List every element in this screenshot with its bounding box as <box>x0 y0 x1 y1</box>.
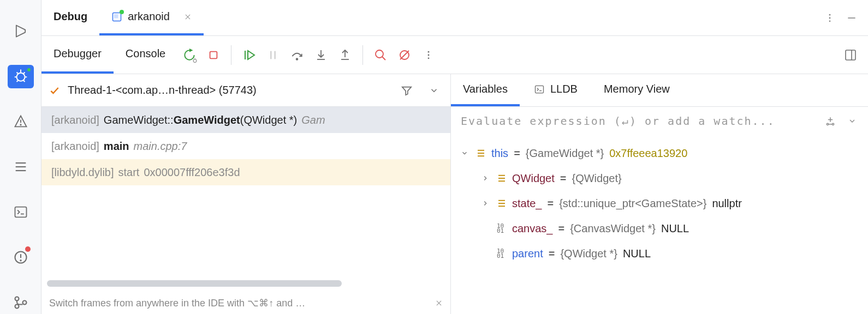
variables-panel: Variables LLDB Memory View Evaluate expr… <box>451 74 868 314</box>
svg-line-43 <box>382 57 385 60</box>
stop-button[interactable] <box>201 43 225 67</box>
toolbar-more-icon[interactable] <box>417 43 441 67</box>
problems-tool-icon[interactable] <box>8 110 34 134</box>
frames-panel: Thread-1-<com.ap…n-thread> (57743) [arka… <box>41 74 451 314</box>
variable-node-this[interactable]: this = {GameWidget *} 0x7ffeeea13920 <box>461 141 863 166</box>
chevron-down-icon[interactable] <box>461 149 471 157</box>
var-type: {GameWidget *} <box>526 147 604 160</box>
tab-lldb-label: LLDB <box>550 83 578 95</box>
chevron-right-icon[interactable] <box>481 174 491 182</box>
svg-line-4 <box>23 73 25 74</box>
svg-point-47 <box>428 54 430 56</box>
mute-breakpoints-button[interactable] <box>393 43 417 67</box>
var-type: {QWidget *} <box>560 247 617 260</box>
var-value: NULL <box>623 247 651 260</box>
frame-location: Gam <box>301 114 325 126</box>
vcs-tool-icon[interactable] <box>8 291 34 314</box>
resume-button[interactable] <box>237 43 261 67</box>
add-watch-icon[interactable] <box>822 113 839 129</box>
var-value: {QWidget} <box>572 172 622 185</box>
svg-marker-0 <box>16 26 25 37</box>
tab-variables[interactable]: Variables <box>451 74 520 106</box>
variable-node-parent[interactable]: 1001 parent = {QWidget *} NULL <box>461 241 863 266</box>
tab-debug[interactable]: Debug <box>41 0 99 35</box>
chevron-down-icon[interactable] <box>424 81 444 100</box>
variable-node-qwidget[interactable]: QWidget = {QWidget} <box>461 166 863 191</box>
tab-memory-view[interactable]: Memory View <box>592 74 682 106</box>
svg-line-7 <box>16 81 18 82</box>
tab-debugger-label: Debugger <box>53 47 102 60</box>
svg-line-3 <box>16 73 18 74</box>
close-icon[interactable] <box>184 13 192 21</box>
variable-node-canvas[interactable]: 1001 canvas_ = {CanvasWidget *} NULL <box>461 216 863 241</box>
stack-frame[interactable]: [arkanoid] GameWidget::GameWidget(QWidge… <box>41 107 450 133</box>
svg-point-42 <box>376 50 383 58</box>
tab-lldb[interactable]: LLDB <box>522 74 590 106</box>
chevron-down-icon[interactable] <box>844 113 860 129</box>
svg-point-21 <box>22 300 26 304</box>
view-breakpoints-button[interactable] <box>368 43 393 67</box>
svg-point-27 <box>829 17 831 19</box>
minimize-icon[interactable] <box>841 7 863 29</box>
svg-rect-32 <box>210 51 217 58</box>
binary-icon: 1001 <box>497 249 507 258</box>
svg-point-1 <box>16 73 25 81</box>
structure-tool-icon[interactable] <box>8 155 34 179</box>
svg-point-28 <box>829 20 831 22</box>
run-tool-icon[interactable] <box>8 20 34 43</box>
stack-frame[interactable]: [libdyld.dylib] start 0x00007fff206e3f3d <box>41 159 450 185</box>
terminal-tool-icon[interactable] <box>8 200 34 224</box>
svg-point-18 <box>20 260 21 261</box>
tab-run-config[interactable]: arkanoid <box>99 0 204 35</box>
svg-point-30 <box>193 59 197 62</box>
svg-rect-53 <box>535 86 543 93</box>
close-icon[interactable] <box>435 299 443 307</box>
rerun-button[interactable] <box>177 43 201 67</box>
frames-list: [arkanoid] GameWidget::GameWidget(QWidge… <box>41 107 450 275</box>
terminal-icon <box>534 84 545 95</box>
struct-icon <box>476 148 486 158</box>
binary-icon: 1001 <box>497 224 507 233</box>
layout-settings-button[interactable] <box>839 43 863 67</box>
pause-button[interactable] <box>261 43 285 67</box>
var-value: nullptr <box>712 197 741 210</box>
frame-location: 0x00007fff206e3f3d <box>144 166 240 179</box>
svg-point-20 <box>15 304 19 308</box>
stack-frame[interactable]: [arkanoid] main main.cpp:7 <box>41 133 450 159</box>
variables-tab-bar: Variables LLDB Memory View <box>451 74 868 107</box>
var-type: {CanvasWidget *} <box>570 222 656 235</box>
debug-tool-icon[interactable] <box>8 65 34 88</box>
more-icon[interactable] <box>819 7 841 29</box>
debugger-toolbar: Debugger Console <box>41 36 868 74</box>
tab-console[interactable]: Console <box>114 36 177 74</box>
tab-debugger[interactable]: Debugger <box>41 36 114 74</box>
frame-module: [libdyld.dylib] <box>51 166 114 179</box>
services-tool-icon[interactable] <box>8 245 34 269</box>
chevron-right-icon[interactable] <box>481 200 491 207</box>
debug-panel: Debug arkanoid Debugger Console <box>41 0 868 314</box>
step-into-button[interactable] <box>309 43 333 67</box>
frame-module: [arkanoid] <box>51 114 99 126</box>
tip-banner: Switch frames from anywhere in the IDE w… <box>41 292 450 314</box>
thread-selector[interactable]: Thread-1-<com.ap…n-thread> (57743) <box>41 74 450 107</box>
tab-run-config-label: arkanoid <box>128 10 170 23</box>
svg-marker-34 <box>248 51 254 59</box>
horizontal-scrollbar[interactable] <box>41 275 450 292</box>
frame-function: GameWidget::GameWidget(QWidget *) <box>104 114 297 126</box>
svg-point-19 <box>15 297 19 300</box>
step-over-button[interactable] <box>285 43 309 67</box>
var-value: NULL <box>661 222 689 235</box>
tab-console-label: Console <box>126 47 165 60</box>
svg-point-26 <box>829 14 831 15</box>
svg-rect-14 <box>15 207 26 218</box>
app-icon <box>111 11 122 22</box>
svg-point-58 <box>832 123 834 125</box>
frame-function: start <box>118 166 140 179</box>
evaluate-expression-input[interactable]: Evaluate expression (↵) or add a watch..… <box>451 107 868 135</box>
filter-icon[interactable] <box>397 81 417 100</box>
variable-node-state[interactable]: state_ = {std::unique_ptr<GameState>} nu… <box>461 191 863 216</box>
variables-tree: this = {GameWidget *} 0x7ffeeea13920 QWi… <box>451 135 868 271</box>
step-out-button[interactable] <box>333 43 357 67</box>
struct-icon <box>497 173 507 183</box>
var-value: 0x7ffeeea13920 <box>609 147 687 160</box>
